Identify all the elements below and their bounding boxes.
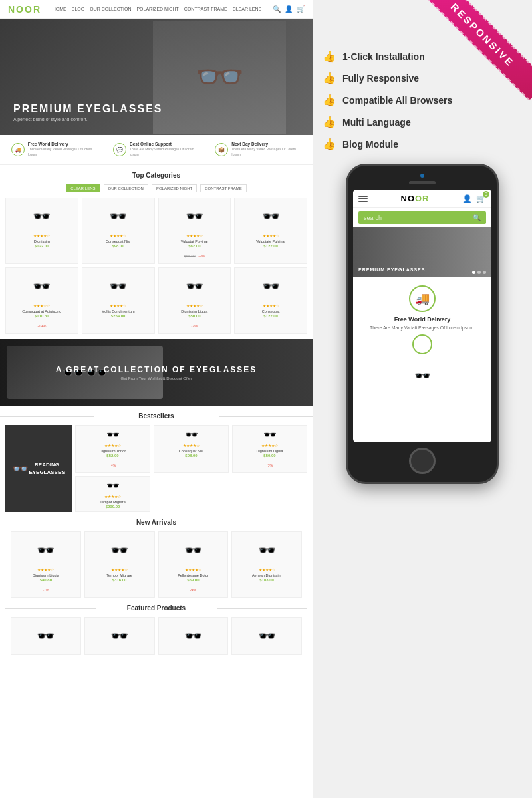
product-discount: -7% [43, 588, 49, 592]
product-price: $103.00 [235, 578, 298, 582]
phone-circle-button[interactable] [412, 334, 432, 354]
site-icons: 🔍 👤 🛒 [273, 5, 305, 13]
nav-collection[interactable]: OUR COLLECTION [90, 7, 131, 11]
phone-mockup: NOOR 👤 🛒 0 🔍 [346, 164, 499, 484]
product-card[interactable]: 🕶️ ★★★★☆ Vulputat Pulvinar $62.00 $68.00… [158, 198, 231, 264]
product-card[interactable]: 🕶️ ★★★★☆ Mollis Condimentum $254.00 [82, 267, 155, 334]
product-card[interactable]: 🕶️ [231, 617, 302, 655]
product-image: 🕶️ [78, 428, 147, 441]
feature-support-text: Best Online Support There Are Many Varie… [130, 142, 200, 158]
bs-product[interactable]: 🕶️ ★★★★☆ Tempor Migrare $200.00 [75, 476, 150, 512]
search-icon[interactable]: 🔍 [273, 5, 281, 13]
product-card[interactable]: 🕶️ ★★★★☆ Dignissim $122.00 [5, 198, 78, 264]
product-name: Aenean Dignissim [235, 573, 298, 577]
phone-camera [420, 174, 424, 178]
new-arrivals-grid: 🕶️ ★★★★☆ Dignissim Ligula $40.80 -7% 🕶️ … [5, 531, 307, 598]
phone-cart-badge: 0 [483, 191, 489, 198]
product-price: $50.00 [235, 454, 304, 458]
hero-image-placeholder: 👓 [153, 21, 286, 134]
product-card[interactable]: 🕶️ ★★★★☆ Vulputate Pulvinar $122.00 [234, 198, 307, 264]
product-card[interactable]: 🕶️ ★★★★☆ Dignissim Ligula $50.00 -7% [158, 267, 231, 334]
nav-polarized[interactable]: POLARIZED NIGHT [136, 7, 178, 11]
product-name: Tempor Migrare [88, 573, 151, 577]
hero-dot-3 [483, 271, 486, 274]
nav-blog[interactable]: BLOG [72, 7, 84, 11]
bs-product[interactable]: 🕶️ ★★★★☆ Dignissim Ligula $50.00 -7% [232, 425, 307, 473]
product-card[interactable]: 🕶️ [158, 617, 229, 655]
phone-search-input[interactable] [364, 215, 473, 221]
phone-icons: 👤 🛒 0 [462, 194, 486, 203]
checkmark-icon-3: 👍 [323, 94, 336, 106]
product-name: Consequat Nisl [157, 449, 225, 453]
phone-logo-accent: OR [415, 194, 430, 203]
product-card[interactable]: 🕶️ ★★★★☆ Dignissim Ligula $40.80 -7% [11, 531, 81, 598]
product-name: Pellentesque Dolor [162, 573, 225, 577]
site-logo: NOOR [8, 4, 41, 15]
product-name: Dignissim Ligula [15, 573, 77, 577]
product-stars: ★★★★☆ [88, 567, 151, 572]
phone-outer: NOOR 👤 🛒 0 🔍 [346, 164, 499, 484]
product-price: $50.00 [162, 314, 227, 318]
cat-polarized[interactable]: POLARIZED NIGHT [152, 184, 197, 192]
responsive-badge-container: RESPONSIVE [412, 0, 532, 120]
product-name: Mollis Condimentum [86, 309, 151, 313]
logo-text: NO [8, 4, 25, 15]
product-price: $122.00 [238, 244, 303, 248]
new-arrivals-title: New Arrivals [5, 519, 307, 526]
feature-delivery-text: Free World Delivery There Are Many Varie… [28, 142, 98, 158]
product-name: Consequat at Adipiscing [9, 309, 74, 313]
product-image: 🕶️ [162, 201, 227, 231]
product-stars: ★★★★☆ [162, 567, 225, 572]
site-header: NOOR HOME BLOG OUR COLLECTION POLARIZED … [0, 0, 313, 19]
product-card[interactable]: 🕶️ [84, 617, 155, 655]
product-price: $59.00 [162, 578, 225, 582]
product-image: 🕶️ [86, 271, 151, 301]
product-image: 🕶️ [78, 479, 147, 492]
product-price: $122.00 [9, 244, 74, 248]
bs-product[interactable]: 🕶️ ★★★★☆ Consequat Nisl $98.00 [154, 425, 229, 473]
product-name: Vulputat Pulvinar [162, 239, 227, 243]
product-image: 🕶️ [162, 621, 225, 651]
bs-product[interactable]: 🕶️ ★★★★☆ Dignissim Tortor $52.00 -4% [75, 425, 150, 473]
product-image: 🕶️ [88, 621, 151, 651]
cat-clear-lens[interactable]: CLEAR LENS [66, 184, 100, 192]
cat-collection[interactable]: OUR COLLECTION [104, 184, 148, 192]
feature-label-4: Multi Language [342, 117, 411, 128]
product-stars: ★★★★☆ [238, 233, 303, 238]
product-stars: ★★★★☆ [157, 443, 225, 448]
product-card[interactable]: 🕶️ ★★★★☆ Consequat $122.00 [234, 267, 307, 334]
product-grid-row2: 🕶️ ★★★☆☆ Consequat at Adipiscing $110.30… [0, 267, 313, 334]
product-card[interactable]: 🕶️ ★★★☆☆ Consequat at Adipiscing $110.30… [5, 267, 78, 334]
hero-dot-2 [477, 271, 481, 274]
website-preview: NOOR HOME BLOG OUR COLLECTION POLARIZED … [0, 0, 313, 798]
feature-label-2: Fully Responsive [342, 73, 419, 84]
phone-search-icon: 🔍 [473, 214, 481, 221]
phone-hero-dots [472, 271, 486, 274]
nav-clear[interactable]: CLEAR LENS [233, 7, 262, 11]
product-price: $98.00 [86, 244, 151, 248]
product-image: 🕶️ [235, 621, 298, 651]
product-card[interactable]: 🕶️ ★★★★☆ Tempor Migrare $316.00 [84, 531, 155, 598]
nav-contrast[interactable]: CONTRAST FRAME [184, 7, 227, 11]
product-price: $254.00 [86, 314, 151, 318]
product-image: 🕶️ [157, 428, 225, 441]
nav-home[interactable]: HOME [53, 7, 66, 11]
product-card[interactable]: 🕶️ ★★★★☆ Pellentesque Dolor $59.00 -9% [158, 531, 229, 598]
new-arrivals-section: New Arrivals 🕶️ ★★★★☆ Dignissim Ligula $… [0, 519, 313, 598]
product-card[interactable]: 🕶️ [11, 617, 81, 655]
product-name: Consequat Nisl [86, 239, 151, 243]
hero-section: PREMIUM EYEGLASSES A perfect blend of st… [0, 19, 313, 135]
cart-icon[interactable]: 🛒 [297, 5, 305, 13]
product-image: 🕶️ [238, 271, 303, 301]
product-name: Vulputate Pulvinar [238, 239, 303, 243]
checkmark-icon-2: 👍 [323, 72, 336, 84]
feature-delivery: 🚚 Free World Delivery There Are Many Var… [11, 142, 98, 158]
product-name: Dignissim Ligula [162, 309, 227, 313]
cat-contrast[interactable]: CONTRAST FRAME [200, 184, 247, 192]
phone-home-button[interactable] [409, 448, 436, 474]
featured-title: Featured Products [5, 604, 307, 612]
product-card[interactable]: 🕶️ ★★★★☆ Aenean Dignissim $103.00 [231, 531, 302, 598]
account-icon[interactable]: 👤 [285, 5, 293, 13]
feature-strip: 🚚 Free World Delivery There Are Many Var… [0, 135, 313, 165]
product-card[interactable]: 🕶️ ★★★★☆ Consequat Nisl $98.00 [82, 198, 155, 264]
